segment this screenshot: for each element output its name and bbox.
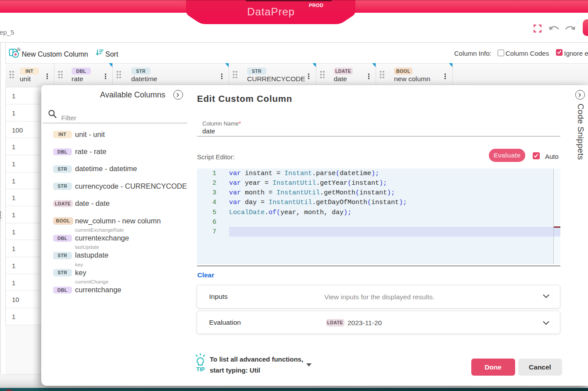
svg-text:fx: fx [17, 47, 21, 52]
